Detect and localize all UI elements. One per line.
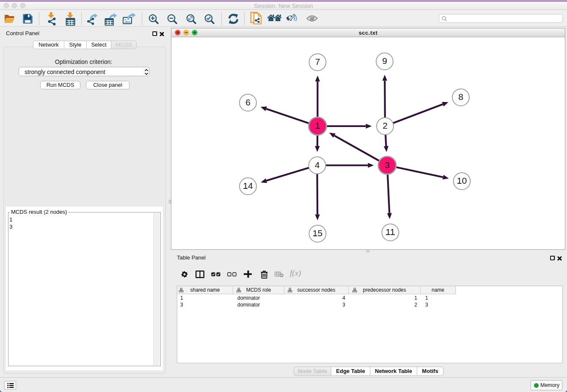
svg-text:7: 7 bbox=[315, 57, 320, 66]
svg-text:2: 2 bbox=[383, 121, 388, 130]
svg-text:15: 15 bbox=[313, 228, 322, 238]
svg-text:6: 6 bbox=[245, 97, 250, 107]
svg-text:f(x): f(x) bbox=[290, 269, 301, 278]
svg-text:9: 9 bbox=[382, 56, 387, 66]
svg-text:14: 14 bbox=[243, 181, 253, 190]
svg-text:8: 8 bbox=[458, 92, 463, 102]
svg-text:3: 3 bbox=[385, 160, 390, 170]
svg-text:11: 11 bbox=[386, 227, 395, 237]
svg-text:1: 1 bbox=[315, 121, 320, 130]
svg-text:4: 4 bbox=[315, 160, 320, 170]
svg-text:10: 10 bbox=[457, 176, 467, 185]
